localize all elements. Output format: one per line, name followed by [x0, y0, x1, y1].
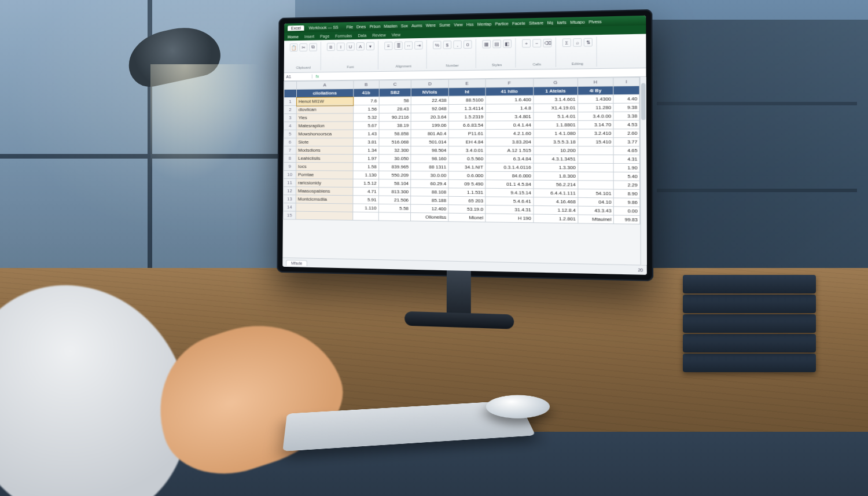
- ribbon-button[interactable]: ↔: [404, 41, 413, 49]
- data-cell[interactable]: EH 4.84: [448, 138, 486, 146]
- ribbon-tab[interactable]: Insert: [304, 34, 314, 38]
- table-header-cell[interactable]: 1 Atelals: [534, 86, 578, 95]
- menu-item[interactable]: Sitware: [529, 20, 543, 25]
- ribbon-button[interactable]: 📋: [290, 43, 298, 52]
- data-cell[interactable]: 92.048: [411, 105, 448, 113]
- menu-item[interactable]: Sox: [401, 23, 408, 27]
- data-cell[interactable]: 9.86: [613, 198, 639, 207]
- menu-item[interactable]: Sume: [439, 23, 450, 27]
- ribbon-button[interactable]: ▦: [482, 40, 491, 49]
- row-number[interactable]: 12: [284, 187, 296, 195]
- data-cell[interactable]: 1.5.2319: [448, 113, 486, 122]
- data-cell[interactable]: 6.3.4.84: [486, 155, 534, 163]
- data-cell[interactable]: 3.5.5.3.18: [534, 138, 578, 146]
- row-label-cell[interactable]: Modsdions: [296, 146, 353, 155]
- data-cell[interactable]: [578, 181, 614, 189]
- data-cell[interactable]: 3.38: [613, 112, 639, 120]
- menu-item[interactable]: Vww: [454, 22, 462, 27]
- row-label-cell[interactable]: raricsionidy: [296, 179, 352, 188]
- data-cell[interactable]: 7.6: [353, 97, 379, 105]
- row-number[interactable]: 10: [284, 171, 296, 179]
- row-number[interactable]: 5: [284, 130, 296, 138]
- column-header[interactable]: I: [613, 78, 639, 86]
- data-cell[interactable]: 99.83: [613, 215, 639, 225]
- data-cell[interactable]: 4.40: [613, 94, 639, 103]
- data-cell[interactable]: 0.5.560: [448, 155, 486, 163]
- data-cell[interactable]: 1.2.801: [534, 214, 578, 223]
- menu-item[interactable]: Hss: [466, 22, 474, 26]
- data-cell[interactable]: 98.160: [411, 155, 448, 163]
- row-number[interactable]: 11: [284, 179, 296, 187]
- table-header-cell[interactable]: 41 hillo: [486, 87, 534, 95]
- table-header-cell[interactable]: cilollations: [296, 89, 353, 97]
- data-cell[interactable]: 30.050: [378, 155, 410, 163]
- ribbon-button[interactable]: 0: [464, 40, 472, 49]
- data-cell[interactable]: 1.6.400: [486, 95, 534, 104]
- ribbon-button[interactable]: I: [337, 43, 345, 51]
- menu-item[interactable]: Mentap: [477, 21, 492, 26]
- data-cell[interactable]: [578, 163, 613, 172]
- column-header[interactable]: B: [353, 80, 379, 89]
- data-cell[interactable]: 30.0.00: [411, 171, 448, 180]
- data-cell[interactable]: 4.16.468: [534, 197, 578, 207]
- data-cell[interactable]: 839.965: [378, 163, 410, 171]
- ribbon-tab[interactable]: Home: [288, 35, 299, 39]
- data-cell[interactable]: A.12 1.515: [486, 146, 534, 155]
- table-header-cell[interactable]: 4i By: [578, 86, 613, 95]
- data-cell[interactable]: 5.40: [613, 172, 639, 181]
- row-label-cell[interactable]: dlovlican: [296, 105, 353, 114]
- row-label-cell[interactable]: Pomtae: [296, 171, 353, 179]
- data-cell[interactable]: 5.1.4.01: [534, 112, 578, 121]
- row-label-cell[interactable]: Maasospabiens: [296, 187, 352, 196]
- data-cell[interactable]: Mlonel: [448, 213, 486, 222]
- scrollbar-thumb[interactable]: [641, 83, 646, 120]
- data-cell[interactable]: 550.209: [378, 171, 410, 179]
- ribbon-button[interactable]: $: [443, 41, 452, 49]
- row-number[interactable]: 7: [284, 146, 296, 155]
- data-cell[interactable]: 1 4.1.080: [534, 129, 578, 138]
- data-cell[interactable]: 4.3.1.3451: [534, 155, 578, 163]
- data-cell[interactable]: X1.4.19.01: [534, 104, 578, 112]
- column-header[interactable]: [284, 81, 297, 89]
- data-cell[interactable]: 1.56: [353, 105, 379, 113]
- data-cell[interactable]: 60.29.4: [411, 179, 448, 188]
- data-cell[interactable]: 3.4.801: [486, 112, 534, 121]
- data-cell[interactable]: 0.00: [613, 207, 639, 215]
- data-cell[interactable]: 15.410: [578, 138, 613, 146]
- data-cell[interactable]: 1.3.300: [534, 163, 578, 172]
- worksheet-grid[interactable]: ABCDEFGHI cilollations41bSB2NVlolsht41 h…: [282, 77, 640, 265]
- ribbon-tab[interactable]: Page: [320, 34, 329, 38]
- data-cell[interactable]: 3.2.410: [578, 129, 613, 138]
- data-cell[interactable]: 0.4.1.44: [486, 121, 534, 130]
- menu-item[interactable]: Plvess: [589, 19, 602, 24]
- data-cell[interactable]: 2.29: [613, 181, 639, 189]
- fx-icon[interactable]: fx: [312, 74, 322, 78]
- data-cell[interactable]: 58.858: [379, 130, 411, 138]
- menu-item[interactable]: Dnes: [356, 24, 366, 28]
- ribbon-tab[interactable]: View: [392, 32, 400, 36]
- data-cell[interactable]: 1.4300: [578, 95, 613, 104]
- data-cell[interactable]: 5.91: [352, 196, 378, 204]
- table-header-cell[interactable]: ht: [448, 87, 486, 96]
- data-cell[interactable]: [578, 146, 613, 155]
- data-cell[interactable]: 1.130: [353, 171, 379, 179]
- data-cell[interactable]: Olloneilss: [411, 212, 448, 221]
- column-header[interactable]: F: [486, 79, 534, 87]
- data-cell[interactable]: 9.38: [613, 103, 639, 112]
- table-header-cell[interactable]: SB2: [379, 88, 411, 97]
- data-cell[interactable]: 11.280: [578, 103, 613, 112]
- data-cell[interactable]: 3.81: [353, 138, 379, 146]
- row-number[interactable]: 4: [284, 122, 296, 130]
- data-cell[interactable]: 4.65: [613, 146, 639, 155]
- menu-item[interactable]: karts: [557, 20, 566, 25]
- sheet-tab[interactable]: Mfade: [286, 259, 307, 266]
- data-cell[interactable]: 501.014: [411, 138, 448, 146]
- ribbon-tab[interactable]: Formulas: [335, 34, 352, 38]
- data-cell[interactable]: 4.2.1.60: [486, 129, 534, 138]
- data-cell[interactable]: 4.31: [613, 155, 639, 164]
- data-cell[interactable]: 3.77: [613, 138, 639, 146]
- data-cell[interactable]: 88.108: [411, 188, 448, 196]
- ribbon-button[interactable]: A: [356, 42, 365, 50]
- data-cell[interactable]: 4.53: [613, 120, 639, 129]
- data-cell[interactable]: 8.90: [613, 189, 639, 198]
